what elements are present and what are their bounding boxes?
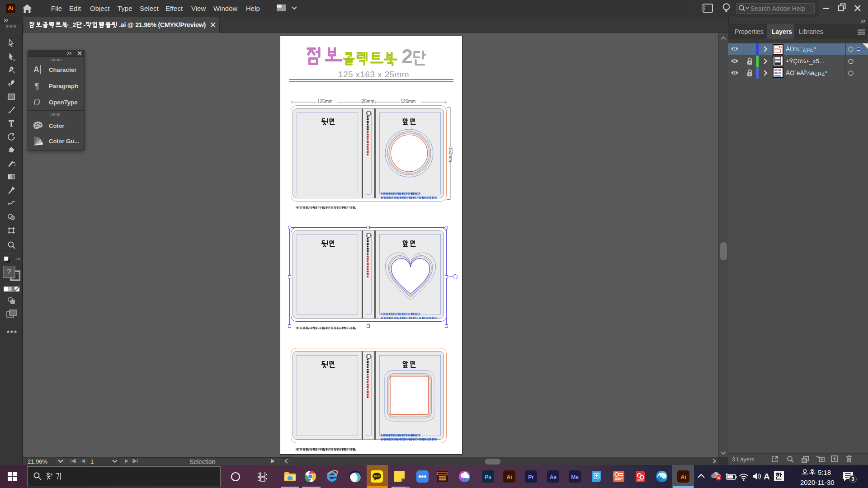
- svg-text:PDF: PDF: [637, 479, 643, 482]
- svg-text:Ai: Ai: [680, 474, 686, 480]
- svg-text:Ps: Ps: [485, 474, 491, 480]
- svg-text:O: O: [33, 98, 40, 107]
- svg-text:Ae: Ae: [549, 474, 557, 480]
- svg-text:TALK: TALK: [374, 475, 380, 478]
- svg-text:Ai: Ai: [506, 474, 512, 480]
- svg-text:Me: Me: [571, 474, 579, 480]
- svg-text:¶: ¶: [34, 81, 39, 90]
- svg-text:Pr: Pr: [528, 474, 534, 480]
- svg-text:A: A: [33, 65, 39, 74]
- svg-text:?: ?: [7, 267, 11, 276]
- svg-text:?: ?: [17, 272, 19, 276]
